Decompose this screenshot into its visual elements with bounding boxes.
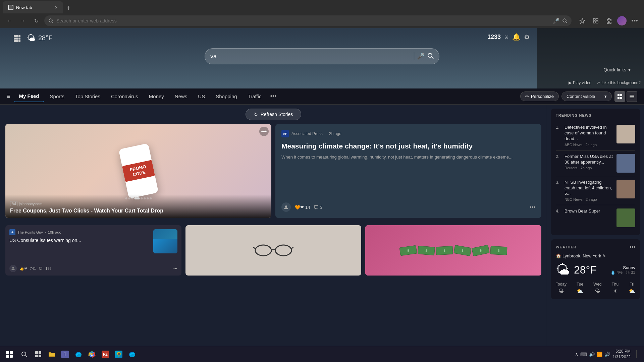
like-background-button[interactable]: ↗ Like this background?: [597, 80, 641, 85]
trending-meta-3: NBC News · 2h ago: [565, 197, 613, 201]
page-settings-icon[interactable]: ⚙: [524, 33, 530, 41]
glasses-ad-story[interactable]: [185, 225, 362, 276]
notification-icon[interactable]: 🔔: [512, 33, 521, 41]
quick-links-button[interactable]: Quick links ▾: [603, 67, 631, 72]
nav-tab-coronavirus[interactable]: Coronavirus: [106, 91, 143, 102]
profile-icon[interactable]: [617, 16, 627, 25]
taskbar-right-area: ∧ ⌨ 🔊 📶 🔊 5:28 PM 1/31/2022: [575, 349, 641, 360]
chrome-icon[interactable]: [86, 348, 98, 360]
wifi-icon[interactable]: 📶: [597, 352, 602, 357]
points-guy-thumb: [153, 229, 177, 253]
tab-close-button[interactable]: ×: [55, 5, 58, 10]
trending-thumb-2: [616, 154, 635, 173]
weather-more-button[interactable]: •••: [630, 244, 635, 250]
nav-tab-us[interactable]: US: [193, 91, 210, 102]
collections-icon[interactable]: [590, 15, 601, 26]
favorites-icon[interactable]: [577, 15, 588, 26]
search-bar-container[interactable]: 🎤: [205, 48, 439, 64]
feed-main: ↻ Refresh Stories PROMO CODE: [0, 105, 547, 346]
points-guy-more-button[interactable]: •••: [173, 266, 177, 270]
ad-story-more-button[interactable]: •••: [259, 127, 269, 136]
apps-grid-icon[interactable]: [13, 35, 21, 44]
filezilla-icon[interactable]: FZ: [99, 348, 111, 360]
trending-num-2: 2.: [556, 154, 561, 159]
personalize-icon: ✏: [525, 94, 529, 99]
weather-edit-icon[interactable]: ✎: [602, 254, 606, 258]
refresh-icon: ↻: [254, 112, 258, 117]
trending-thumb-3: [616, 180, 635, 198]
forecast-fri-icon: ⛅: [629, 288, 635, 294]
msedge-taskbar-icon[interactable]: [126, 348, 138, 360]
new-tab-page: 🌤 28°F 🎤 1233 ⚔ 🔔 ⚙ Quick links: [0, 28, 644, 346]
edge-icon[interactable]: [72, 348, 85, 360]
nav-tab-traffic[interactable]: Traffic: [243, 91, 266, 102]
like-bg-icon: ↗: [597, 80, 600, 85]
refresh-button[interactable]: ↻: [31, 15, 42, 26]
extensions-icon[interactable]: [604, 15, 614, 26]
address-bar[interactable]: 🎤: [44, 15, 572, 26]
nav-tab-shopping[interactable]: Shopping: [211, 91, 241, 102]
forward-button[interactable]: →: [17, 15, 28, 26]
web-search-icon[interactable]: [427, 52, 434, 61]
money-story[interactable]: $ $ $ $ $ $: [365, 225, 541, 276]
trending-item-2[interactable]: 2. Former Miss USA dies at 30 after appa…: [556, 150, 635, 176]
svg-rect-27: [630, 98, 634, 98]
trending-item-4[interactable]: 4. Brown Bear Super: [556, 205, 635, 231]
featured-ad-story[interactable]: PROMO CODE: [5, 124, 271, 218]
forecast-fri-label: Fri: [629, 282, 635, 287]
tray-arrow[interactable]: ∧: [575, 352, 578, 357]
nav-tab-sports[interactable]: Sports: [45, 91, 69, 102]
hamburger-menu[interactable]: ≡: [7, 93, 10, 100]
forecast-wed-icon: 🌤: [593, 288, 601, 294]
climate-story-card[interactable]: AP Associated Press · 2h ago Measuring c…: [275, 124, 541, 218]
svg-rect-43: [35, 355, 38, 357]
taskbar-search-button[interactable]: [17, 348, 31, 361]
climate-story-more-button[interactable]: •••: [530, 204, 535, 210]
trending-headline-4: Brown Bear Super: [565, 208, 613, 214]
volume-icon[interactable]: 🔊: [604, 352, 610, 357]
money-bill-4: $: [453, 245, 472, 256]
browser-toolbar: ← → ↻ 🎤 •••: [0, 13, 644, 28]
nav-more-button[interactable]: •••: [267, 92, 279, 101]
teams-icon[interactable]: T: [59, 348, 71, 360]
points-guy-story[interactable]: ✈ The Points Guy · 10h ago US Consulate …: [5, 225, 181, 276]
trending-text-4: Brown Bear Super: [565, 208, 613, 215]
personalize-button[interactable]: ✏ Personalize: [520, 92, 559, 101]
list-view-button[interactable]: [627, 91, 637, 102]
trending-meta-2: Reuters · 7h ago: [565, 166, 613, 170]
grid-view-button[interactable]: [614, 91, 625, 102]
refresh-stories-button[interactable]: ↻ Refresh Stories: [246, 109, 301, 120]
active-tab[interactable]: New tab ×: [3, 1, 63, 13]
search-input[interactable]: [210, 53, 411, 60]
back-button[interactable]: ←: [4, 15, 15, 26]
url-input[interactable]: [56, 18, 550, 23]
weather-temp-area: 28°F: [574, 264, 597, 276]
task-view-button[interactable]: [32, 348, 44, 360]
trending-item-3[interactable]: 3. NTSB investigating crash that left 4 …: [556, 176, 635, 205]
nav-tab-my-feed[interactable]: My Feed: [14, 90, 44, 102]
photos-icon[interactable]: 🌻: [113, 348, 125, 360]
settings-menu-button[interactable]: •••: [629, 15, 640, 26]
network-icon[interactable]: 🔊: [589, 352, 595, 357]
start-button[interactable]: [3, 348, 16, 361]
money-bill-2: $: [418, 245, 435, 255]
nav-tab-money[interactable]: Money: [144, 91, 169, 102]
nav-tab-top-stories[interactable]: Top Stories: [70, 91, 105, 102]
nav-tab-news[interactable]: News: [170, 91, 192, 102]
svg-rect-9: [596, 21, 598, 23]
play-video-button[interactable]: ▶ Play video: [569, 80, 591, 85]
taskbar-clock[interactable]: 5:28 PM 1/31/2022: [613, 349, 631, 360]
show-desktop-button[interactable]: [633, 350, 641, 358]
trending-news-widget: TRENDING NEWS 1. Detectives involved in …: [551, 109, 640, 235]
content-visible-dropdown[interactable]: Content visible ▾: [561, 92, 612, 101]
story-overlay: Ad joinhoney.com Free Coupons, Just Two …: [5, 194, 271, 218]
forecast-today: Today 🌤: [556, 282, 567, 294]
svg-point-1: [49, 19, 52, 22]
voice-search-icon[interactable]: 🎤: [417, 53, 424, 60]
refresh-stories-bar: ↻ Refresh Stories: [0, 105, 547, 124]
address-mic-icon[interactable]: 🎤: [553, 18, 559, 24]
trending-item-1[interactable]: 1. Detectives involved in case of woman …: [556, 121, 635, 150]
new-tab-button[interactable]: +: [63, 3, 74, 13]
keyboard-icon[interactable]: ⌨: [580, 352, 587, 357]
file-explorer-icon[interactable]: [46, 348, 58, 360]
